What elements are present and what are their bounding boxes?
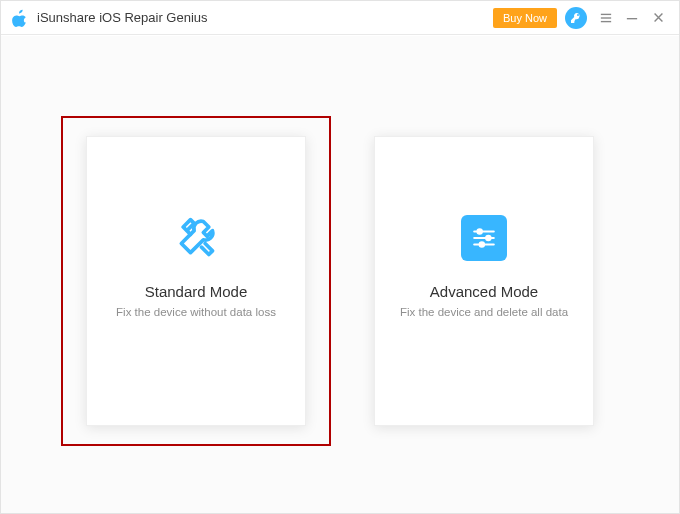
app-window: iSunshare iOS Repair Genius Buy Now	[0, 0, 680, 514]
standard-mode-highlight: Standard Mode Fix the device without dat…	[61, 116, 331, 446]
menu-button[interactable]	[595, 7, 617, 29]
key-icon	[570, 12, 582, 24]
main-content: Standard Mode Fix the device without dat…	[1, 36, 679, 513]
svg-rect-1	[601, 17, 611, 18]
standard-mode-card[interactable]: Standard Mode Fix the device without dat…	[86, 136, 306, 426]
close-icon	[653, 12, 664, 23]
advanced-mode-card[interactable]: Advanced Mode Fix the device and delete …	[374, 136, 594, 426]
svg-point-9	[480, 242, 484, 246]
buy-now-button[interactable]: Buy Now	[493, 8, 557, 28]
svg-rect-0	[601, 13, 611, 14]
advanced-mode-subtitle: Fix the device and delete all data	[388, 306, 580, 318]
svg-rect-2	[601, 20, 611, 21]
svg-point-8	[486, 236, 490, 240]
tools-icon	[173, 215, 219, 261]
minimize-button[interactable]	[621, 7, 643, 29]
advanced-mode-title: Advanced Mode	[430, 283, 538, 300]
standard-mode-subtitle: Fix the device without data loss	[104, 306, 288, 318]
svg-point-7	[478, 229, 482, 233]
titlebar: iSunshare iOS Repair Genius Buy Now	[1, 1, 679, 35]
user-key-button[interactable]	[565, 7, 587, 29]
mode-card-row: Standard Mode Fix the device without dat…	[1, 116, 679, 446]
svg-rect-3	[627, 18, 637, 19]
app-logo-icon	[11, 9, 29, 27]
app-title: iSunshare iOS Repair Genius	[37, 10, 208, 25]
close-button[interactable]	[647, 7, 669, 29]
standard-mode-title: Standard Mode	[145, 283, 248, 300]
minimize-icon	[626, 12, 638, 24]
hamburger-icon	[600, 12, 612, 24]
sliders-icon	[461, 215, 507, 261]
advanced-mode-wrap: Advanced Mode Fix the device and delete …	[349, 116, 619, 446]
